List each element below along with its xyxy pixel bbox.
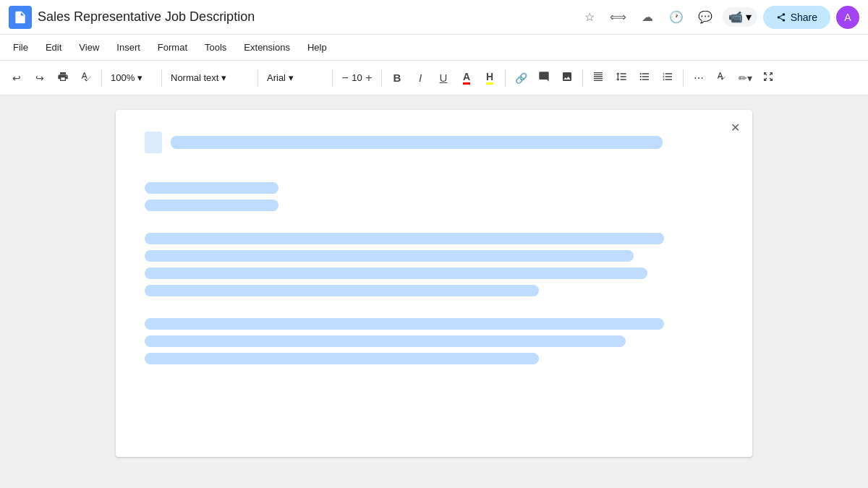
skeleton-row [145, 318, 723, 330]
comment-icon: 💬 [698, 10, 712, 24]
cloud-save-icon: ☁ [642, 10, 653, 24]
style-chevron: ▾ [221, 72, 226, 83]
skeleton-row [145, 250, 723, 262]
skeleton-bar [145, 267, 647, 279]
document-panel: ✕ [116, 110, 752, 457]
close-button[interactable]: ✕ [726, 119, 744, 136]
menu-edit[interactable]: Edit [38, 39, 69, 56]
redo-button[interactable]: ↪ [29, 67, 51, 89]
spellcheck-button[interactable] [75, 67, 97, 89]
menu-extensions[interactable]: Extensions [237, 39, 297, 56]
underline-button[interactable]: U [433, 67, 454, 89]
share-button[interactable]: Share [763, 6, 830, 29]
editing-mode-icon: ✏ [739, 72, 747, 84]
align-button[interactable] [587, 67, 609, 89]
menu-tools[interactable]: Tools [197, 39, 234, 56]
history-icon: 🕐 [669, 10, 684, 24]
skeleton-small-box [145, 132, 162, 153]
align-icon [592, 71, 604, 85]
skeleton-row [145, 353, 723, 364]
more-options-button[interactable]: ⋯ [688, 67, 710, 89]
text-color-button[interactable]: A [456, 67, 477, 89]
skeleton-header-bar [171, 136, 663, 149]
fontsize-dropdown[interactable]: − 10 + [337, 67, 377, 89]
menu-view[interactable]: View [72, 39, 106, 56]
spellcheck2-icon [716, 71, 728, 85]
menu-format[interactable]: Format [150, 39, 195, 56]
italic-button[interactable]: I [409, 67, 431, 89]
toolbar-separator-6 [505, 69, 506, 87]
skeleton-bar [145, 200, 278, 211]
more-options-icon: ⋯ [694, 72, 704, 84]
fit-button[interactable] [757, 67, 779, 89]
print-icon [57, 71, 69, 85]
skeleton-bar [145, 250, 634, 262]
editing-mode-chevron: ▾ [747, 72, 752, 84]
zoom-chevron: ▾ [137, 72, 142, 83]
font-value: Arial [267, 72, 286, 83]
docs-logo [9, 6, 32, 29]
move-icon: ⟺ [610, 10, 626, 24]
menu-insert[interactable]: Insert [109, 39, 148, 56]
fit-icon [762, 71, 774, 85]
toolbar-separator-8 [683, 69, 684, 87]
video-expand-icon: ▾ [746, 10, 752, 24]
title-actions: ☆ ⟺ ☁ 🕐 💬 📹 ▾ Share A [578, 6, 859, 29]
avatar[interactable]: A [836, 6, 859, 29]
comment-insert-icon [538, 71, 550, 85]
cloud-save-button[interactable]: ☁ [636, 6, 659, 29]
skeleton-bar [145, 182, 278, 194]
main-area: ✕ [0, 95, 868, 488]
toolbar: ↩ ↪ 100% ▾ Normal text ▾ Arial ▾ − 10 + … [0, 61, 868, 95]
undo-icon: ↩ [12, 72, 21, 84]
comment-button[interactable]: 💬 [694, 6, 717, 29]
zoom-dropdown[interactable]: 100% ▾ [106, 67, 157, 89]
menu-help[interactable]: Help [300, 39, 334, 56]
font-dropdown[interactable]: Arial ▾ [263, 67, 328, 89]
bold-icon: B [393, 72, 401, 84]
skeleton-bar [145, 335, 626, 347]
bold-button[interactable]: B [386, 67, 408, 89]
line-spacing-icon [616, 71, 627, 85]
history-button[interactable]: 🕐 [665, 6, 688, 29]
close-icon: ✕ [731, 121, 740, 134]
move-button[interactable]: ⟺ [607, 6, 630, 29]
star-button[interactable]: ☆ [578, 6, 601, 29]
text-color-icon: A [463, 71, 470, 85]
skeleton-section-3 [145, 318, 723, 364]
doc-title: Sales Representative Job Description [38, 9, 572, 25]
link-button[interactable]: 🔗 [510, 67, 532, 89]
italic-icon: I [419, 72, 422, 84]
link-icon: 🔗 [515, 72, 527, 84]
share-label: Share [791, 12, 817, 23]
video-icon: 📹 [728, 10, 743, 24]
skeleton-section-2 [145, 233, 723, 296]
numbered-list-button[interactable] [657, 67, 678, 89]
fontsize-increase[interactable]: + [365, 71, 373, 85]
menu-file[interactable]: File [6, 39, 35, 56]
toolbar-separator-3 [258, 69, 258, 87]
skeleton-row [145, 182, 723, 194]
image-icon [561, 71, 573, 85]
editing-mode-button[interactable]: ✏ ▾ [734, 67, 756, 89]
video-call-button[interactable]: 📹 ▾ [723, 7, 757, 27]
menu-bar: File Edit View Insert Format Tools Exten… [0, 35, 868, 61]
list-icon [639, 71, 650, 85]
underline-icon: U [440, 72, 448, 84]
comment-insert-button[interactable] [533, 67, 555, 89]
skeleton-bar [145, 233, 664, 244]
style-dropdown[interactable]: Normal text ▾ [166, 67, 253, 89]
redo-icon: ↪ [35, 72, 44, 84]
highlight-button[interactable]: H [479, 67, 501, 89]
toolbar-separator-5 [381, 69, 382, 87]
print-button[interactable] [52, 67, 74, 89]
highlight-icon: H [486, 71, 493, 85]
skeleton-bar [145, 353, 539, 364]
list-button[interactable] [634, 67, 655, 89]
line-spacing-button[interactable] [610, 67, 632, 89]
skeleton-row [145, 285, 723, 296]
fontsize-decrease[interactable]: − [341, 71, 349, 85]
undo-button[interactable]: ↩ [6, 67, 27, 89]
image-button[interactable] [556, 67, 578, 89]
spellcheck2-button[interactable] [711, 67, 733, 89]
